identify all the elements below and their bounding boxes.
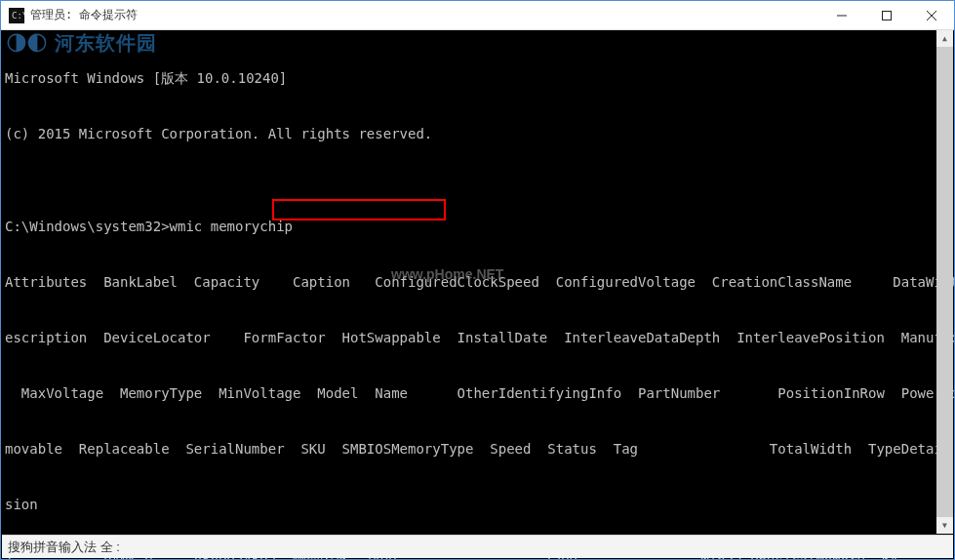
- window-title: 管理员: 命令提示符: [30, 7, 138, 23]
- terminal-line: escription DeviceLocator FormFactor HotS…: [5, 329, 950, 347]
- scroll-thumb[interactable]: [936, 47, 953, 517]
- ime-status-bar: 搜狗拼音输入法 全 :: [2, 535, 953, 558]
- scroll-up-button[interactable]: ▲: [936, 30, 953, 47]
- maximize-button[interactable]: [864, 1, 909, 29]
- command-prompt-window: C:\ 管理员: 命令提示符 Microsoft Windows [版本 10.…: [0, 0, 955, 560]
- title-area: C:\ 管理员: 命令提示符: [1, 7, 138, 23]
- terminal-line: (c) 2015 Microsoft Corporation. All righ…: [5, 125, 950, 143]
- terminal-line: MaxVoltage MemoryType MinVoltage Model N…: [5, 384, 950, 403]
- terminal-line: movable Replaceable SerialNumber SKU SMB…: [5, 440, 950, 459]
- terminal-line: Microsoft Windows [版本 10.0.10240]: [5, 69, 950, 88]
- terminal-line: Attributes BankLabel Capacity Caption Co…: [5, 273, 950, 292]
- terminal-output[interactable]: Microsoft Windows [版本 10.0.10240] (c) 20…: [1, 30, 954, 559]
- terminal-line: C:\Windows\system32>wmic memorychip: [5, 218, 950, 236]
- scroll-down-button[interactable]: ▼: [936, 517, 953, 534]
- cmd-icon: C:\: [9, 8, 24, 23]
- minimize-button[interactable]: [819, 1, 864, 29]
- titlebar[interactable]: C:\ 管理员: 命令提示符: [1, 1, 954, 30]
- scroll-track[interactable]: [936, 47, 953, 517]
- close-button[interactable]: [909, 1, 954, 29]
- svg-text:C:\: C:\: [12, 11, 24, 20]
- ime-text: 搜狗拼音输入法 全 :: [8, 539, 120, 556]
- vertical-scrollbar[interactable]: ▲ ▼: [936, 30, 953, 534]
- window-controls: [819, 1, 954, 29]
- svg-rect-4: [883, 11, 892, 20]
- terminal-line: sion: [5, 496, 950, 514]
